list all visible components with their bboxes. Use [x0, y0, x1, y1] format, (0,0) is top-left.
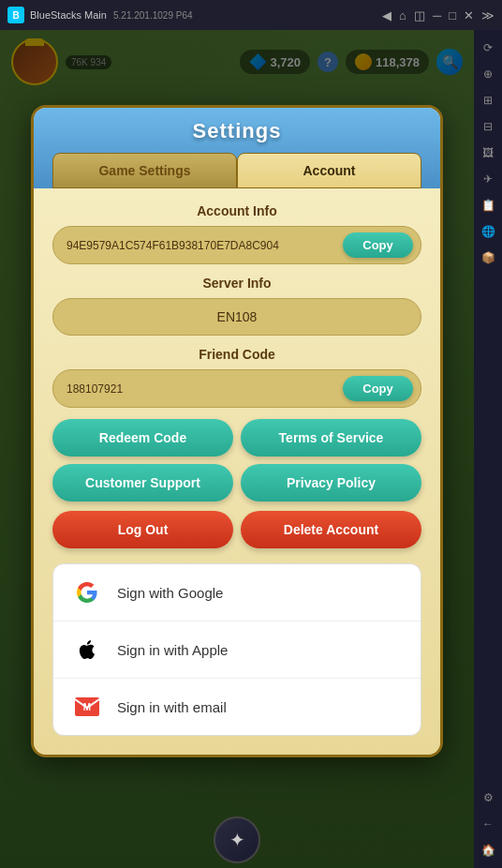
settings-title: Settings: [52, 119, 421, 143]
modal-overlay: Settings Game Settings Account Account I…: [0, 30, 474, 868]
tab-btn[interactable]: ◫: [414, 8, 425, 22]
server-info-box: EN108: [52, 298, 421, 336]
sidebar-icon-8[interactable]: 📦: [478, 247, 498, 268]
email-icon: M: [72, 692, 102, 722]
game-area: 76K 934 3,720 ? 118,378 🔍 Settings G: [0, 30, 474, 868]
svg-text:M: M: [83, 702, 91, 712]
signin-apple-label: Sign in with Apple: [117, 642, 228, 658]
signin-email[interactable]: M Sign in with email: [53, 679, 421, 735]
sidebar-icon-back[interactable]: ←: [478, 814, 498, 834]
tab-account[interactable]: Account: [237, 153, 421, 188]
terms-of-service-btn[interactable]: Terms of Service: [241, 419, 421, 456]
delete-account-btn[interactable]: Delete Account: [241, 511, 421, 548]
customer-support-btn[interactable]: Customer Support: [52, 464, 233, 501]
maximize-btn[interactable]: □: [449, 8, 456, 22]
server-info-label: Server Info: [52, 276, 421, 291]
account-info-row: 94E9579A1C574F61B938170E7DA8C904 Copy: [52, 226, 421, 264]
privacy-policy-btn[interactable]: Privacy Policy: [241, 464, 421, 501]
redeem-code-btn[interactable]: Redeem Code: [52, 419, 233, 456]
logout-btn[interactable]: Log Out: [52, 511, 233, 548]
action-grid: Redeem Code Terms of Service Customer Su…: [52, 419, 421, 501]
copy-account-btn[interactable]: Copy: [343, 232, 413, 258]
bluestacks-topbar: B BlueStacks Main 5.21.201.1029 P64 ◀ ⌂ …: [0, 0, 502, 30]
account-info-label: Account Info: [52, 203, 421, 218]
right-sidebar: ⟳ ⊕ ⊞ ⊟ 🖼 ✈ 📋 🌐 📦 ⚙ ← 🏠: [474, 30, 502, 868]
home-icon-btn[interactable]: ✦: [214, 816, 260, 863]
apple-icon: [72, 635, 102, 665]
logout-row: Log Out Delete Account: [52, 511, 421, 548]
main-container: 76K 934 3,720 ? 118,378 🔍 Settings G: [0, 30, 502, 868]
sidebar-icon-4[interactable]: 🖼: [478, 142, 498, 163]
sidebar-icon-5[interactable]: ✈: [478, 169, 498, 189]
friend-code-label: Friend Code: [52, 347, 421, 362]
sidebar-icon-home[interactable]: 🏠: [478, 840, 498, 861]
account-info-value: 94E9579A1C574F61B938170E7DA8C904: [66, 239, 343, 252]
close-btn[interactable]: ✕: [464, 8, 474, 22]
bluestacks-logo: B: [7, 7, 24, 23]
sidebar-icon-2[interactable]: ⊞: [478, 90, 498, 111]
signin-google-label: Sign with Google: [117, 585, 223, 601]
tab-game-settings[interactable]: Game Settings: [52, 153, 237, 188]
minimize-btn[interactable]: ─: [433, 8, 441, 22]
sidebar-icon-3[interactable]: ⊟: [478, 116, 498, 137]
settings-modal: Settings Game Settings Account Account I…: [31, 105, 443, 757]
settings-tabs: Game Settings Account: [52, 153, 421, 188]
signin-apple[interactable]: Sign in with Apple: [53, 621, 421, 679]
window-controls: ◀ ⌂ ◫ ─ □ ✕ ≫: [382, 8, 495, 22]
server-info-value: EN108: [217, 309, 258, 324]
sidebar-toggle[interactable]: ≫: [481, 8, 495, 22]
signin-options: Sign with Google Sign in with Apple: [52, 563, 421, 736]
topbar-title: BlueStacks Main 5.21.201.1029 P64: [30, 9, 376, 21]
friend-code-row: 188107921 Copy: [52, 369, 421, 408]
signin-email-label: Sign in with email: [117, 699, 227, 715]
sidebar-icon-0[interactable]: ⟳: [478, 37, 498, 58]
friend-code-value: 188107921: [66, 382, 343, 396]
copy-friend-code-btn[interactable]: Copy: [343, 376, 413, 401]
settings-body: Account Info 94E9579A1C574F61B938170E7DA…: [34, 188, 440, 755]
home-btn-top[interactable]: ⌂: [399, 8, 406, 22]
settings-header: Settings Game Settings Account: [34, 108, 440, 188]
google-icon: [72, 577, 102, 607]
sidebar-icon-1[interactable]: ⊕: [478, 64, 498, 84]
signin-google[interactable]: Sign with Google: [53, 564, 421, 621]
sidebar-icon-7[interactable]: 🌐: [478, 221, 498, 242]
sidebar-icon-settings[interactable]: ⚙: [478, 787, 498, 808]
bottom-bar: ✦: [0, 812, 474, 868]
back-btn[interactable]: ◀: [382, 8, 391, 22]
sidebar-icon-6[interactable]: 📋: [478, 195, 498, 216]
